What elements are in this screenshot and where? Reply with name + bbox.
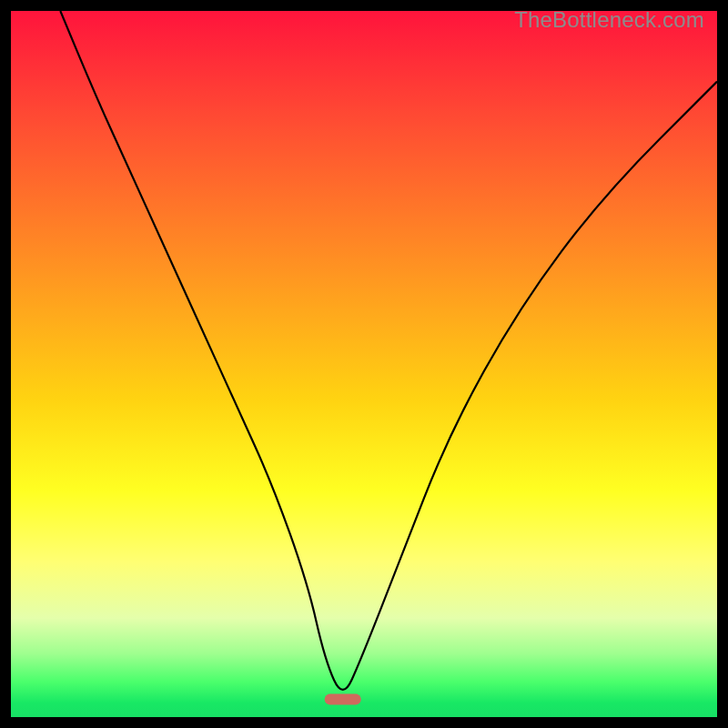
bottleneck-marker [325,694,361,705]
chart-plot-area: TheBottleneck.com [11,11,717,717]
bottleneck-curve [60,11,717,690]
chart-frame: TheBottleneck.com [0,0,728,728]
chart-svg [11,11,717,717]
